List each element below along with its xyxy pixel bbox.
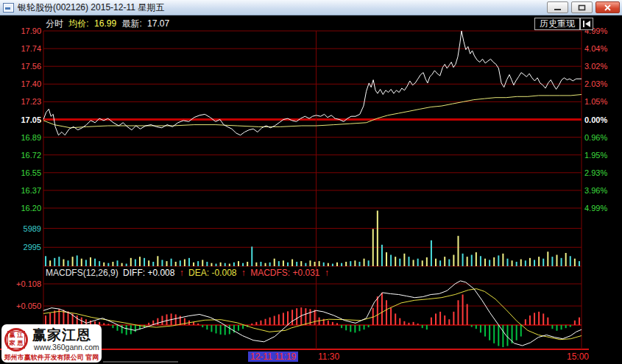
- brand-company: 郑州市赢软件开发有限公司 官网: [3, 353, 100, 363]
- intraday-chart-canvas[interactable]: [0, 0, 622, 364]
- close-button[interactable]: [596, 1, 620, 13]
- percent-axis-label: 2.03%: [584, 79, 618, 88]
- price-axis-label: 17.40: [10, 79, 41, 88]
- brand-seal-icon: 赢江 家恩: [4, 328, 28, 351]
- history-replay-button[interactable]: 历史重现: [534, 18, 580, 30]
- macd-dea-value: DEA: -0.008: [188, 268, 236, 278]
- price-axis-label: 17.56: [10, 62, 41, 71]
- up-arrow-icon: ↑: [325, 268, 329, 278]
- app-window: 17.9017.7417.5617.4017.2317.0516.8916.72…: [0, 0, 622, 364]
- volume-axis-label: 5989: [10, 224, 41, 233]
- macd-diff-line: [43, 281, 582, 346]
- price-axis-label: 16.55: [10, 168, 41, 177]
- macd-axis-label: +0.108: [10, 279, 41, 288]
- quote-info-bar: 分时 均价: 16.99 最新: 17.07: [46, 18, 172, 29]
- price-axis-label: 16.37: [10, 186, 41, 195]
- percent-axis-label: 0.00%: [584, 115, 618, 124]
- macd-indicator-name: MACDFS(12,26,9): [46, 268, 119, 278]
- macd-readout: MACDFS(12,26,9) DIFF: +0.008 ↑ DEA: -0.0…: [46, 268, 331, 278]
- macd-dea-line: [43, 289, 582, 340]
- price-axis-label: 16.72: [10, 151, 41, 160]
- brand-watermark: 赢江 家恩 赢家江恩 www.360gann.com 郑州市赢软件开发有限公司 …: [1, 324, 102, 363]
- average-price-line: [43, 95, 582, 128]
- maximize-icon: [578, 4, 586, 11]
- close-icon: [604, 4, 612, 11]
- skip-to-start-icon: [582, 20, 591, 28]
- maximize-button[interactable]: [571, 1, 593, 13]
- minimize-icon: [554, 4, 562, 11]
- percent-axis-label: 3.96%: [584, 186, 618, 195]
- macd-histogram: [45, 293, 580, 347]
- percent-axis-label: 1.05%: [584, 97, 618, 106]
- app-icon: [3, 3, 14, 13]
- time-axis-1130: 11:30: [318, 351, 339, 362]
- up-arrow-icon: ↑: [180, 268, 184, 278]
- last-price-value: 17.07: [147, 18, 169, 29]
- avg-price-value: 16.99: [94, 18, 116, 29]
- percent-axis-label: 1.95%: [584, 151, 618, 160]
- percent-axis-label: 3.02%: [584, 62, 618, 71]
- price-axis-label: 17.23: [10, 97, 41, 106]
- price-axis-label: 17.74: [10, 44, 41, 53]
- price-axis-label: 16.89: [10, 133, 41, 142]
- volume-axis-label: 2995: [10, 243, 41, 251]
- percent-axis-label: 4.99%: [584, 204, 618, 213]
- price-axis-label: 17.90: [10, 26, 41, 35]
- percent-axis-label: 4.04%: [584, 44, 618, 53]
- skip-to-start-button[interactable]: [580, 18, 593, 30]
- macd-axis-label: +0.050: [10, 301, 41, 310]
- volume-bars: [45, 210, 580, 266]
- price-axis-label: 17.05: [10, 115, 41, 124]
- brand-url: www.360gann.com: [34, 343, 99, 351]
- macd-diff-value: DIFF: +0.008: [123, 268, 174, 278]
- last-price-label: 最新:: [121, 18, 141, 29]
- percent-axis-label: 0.96%: [584, 133, 618, 142]
- window-title: 银轮股份(002126) 2015-12-11 星期五: [18, 1, 164, 14]
- macd-hist-value: MACDFS: +0.031: [250, 268, 319, 278]
- minimize-button[interactable]: [547, 1, 568, 13]
- chart-mode-label: 分时: [46, 18, 63, 29]
- window-titlebar: 银轮股份(002126) 2015-12-11 星期五: [0, 0, 622, 15]
- percent-axis-label: 2.93%: [584, 168, 618, 177]
- time-axis-1500: 15:00: [559, 351, 589, 362]
- replay-time-indicator: 12-11 11:19: [248, 351, 298, 362]
- avg-price-label: 均价:: [68, 18, 88, 29]
- price-axis-label: 16.20: [10, 204, 41, 213]
- up-arrow-icon: ↑: [241, 268, 246, 278]
